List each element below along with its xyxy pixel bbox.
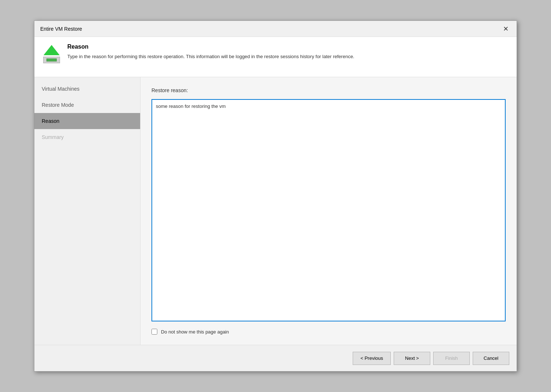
header-text-block: Reason Type in the reason for performing… [67,44,508,60]
header-section: Reason Type in the reason for performing… [34,37,517,77]
main-content: Restore reason: some reason for restorin… [140,77,517,345]
finish-button[interactable]: Finish [433,352,470,365]
stem-bar [46,59,57,61]
arrow-up-icon [44,45,60,55]
checkbox-label: Do not show me this page again [161,329,229,335]
header-description: Type in the reason for performing this r… [67,53,508,60]
header-title: Reason [67,44,508,50]
checkbox-row: Do not show me this page again [151,329,506,335]
restore-icon [43,45,60,63]
sidebar-item-summary: Summary [34,129,140,145]
close-button[interactable]: ✕ [501,24,511,34]
sidebar-item-restore-mode[interactable]: Restore Mode [34,97,140,113]
cancel-button[interactable]: Cancel [473,352,509,365]
footer: < Previous Next > Finish Cancel [34,345,517,371]
sidebar-item-virtual-machines[interactable]: Virtual Machines [34,81,140,97]
sidebar: Virtual Machines Restore Mode Reason Sum… [34,77,140,345]
do-not-show-checkbox[interactable] [151,329,157,335]
arrow-stem [43,57,60,63]
next-button[interactable]: Next > [394,352,430,365]
previous-button[interactable]: < Previous [353,352,391,365]
restore-reason-textarea[interactable]: some reason for restoring the vm [151,99,506,321]
dialog-title: Entire VM Restore [40,26,82,32]
content-area: Virtual Machines Restore Mode Reason Sum… [34,77,517,345]
title-bar: Entire VM Restore ✕ [34,21,517,37]
dialog-window: Entire VM Restore ✕ Reason Type in the r… [34,20,517,372]
restore-reason-label: Restore reason: [151,87,506,93]
sidebar-item-reason[interactable]: Reason [34,113,140,129]
